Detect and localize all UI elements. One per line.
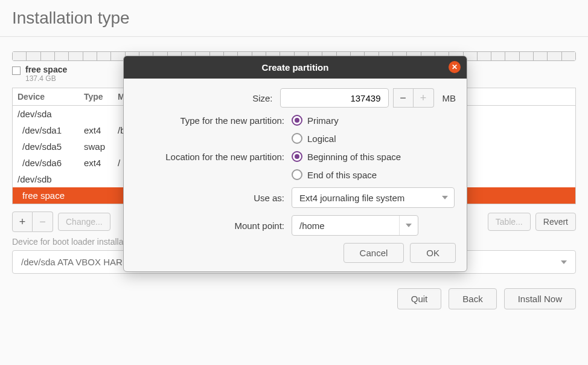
mount-point-value: /home: [299, 221, 325, 231]
radio-icon: [292, 133, 302, 144]
install-now-button[interactable]: Install Now: [504, 288, 576, 309]
partition-type-label: Type for the new partition:: [135, 115, 292, 126]
remove-partition-button[interactable]: −: [33, 212, 53, 232]
radio-label: End of this space: [307, 170, 377, 180]
create-partition-dialog: Create partition ✕ Size: − + MB Type for…: [123, 56, 467, 272]
use-as-label: Use as:: [135, 193, 292, 203]
cell-type: swap: [84, 141, 118, 152]
change-button[interactable]: Change...: [58, 213, 110, 231]
radio-label: Logical: [307, 134, 336, 144]
dialog-titlebar: Create partition ✕: [124, 56, 467, 79]
chevron-down-icon: [561, 260, 567, 264]
partition-location-beginning[interactable]: Beginning of this space: [292, 151, 401, 162]
mount-point-select[interactable]: /home: [292, 215, 418, 236]
cell-device: /dev/sda5: [18, 141, 84, 152]
cancel-button[interactable]: Cancel: [344, 243, 404, 263]
radio-icon: [292, 151, 302, 162]
dialog-title: Create partition: [262, 62, 329, 73]
cell-type: [84, 109, 118, 119]
add-partition-button[interactable]: +: [12, 212, 33, 232]
radio-label: Beginning of this space: [307, 152, 401, 162]
cell-type: ext4: [84, 158, 118, 168]
cell-device: /dev/sda1: [18, 125, 84, 135]
revert-button[interactable]: Revert: [535, 213, 576, 231]
legend-label: free space: [25, 65, 67, 74]
cell-device: /dev/sda: [18, 109, 84, 119]
cell-type: [84, 190, 118, 201]
cell-device: free space: [18, 190, 84, 201]
header-device[interactable]: Device: [18, 92, 84, 102]
header-type[interactable]: Type: [84, 92, 118, 102]
chevron-down-icon: [406, 224, 412, 227]
cell-device: /dev/sdb: [18, 174, 84, 184]
square-icon: [12, 66, 21, 75]
back-button[interactable]: Back: [449, 288, 496, 309]
use-as-value: Ext4 journaling file system: [299, 193, 404, 203]
legend-size: 137.4 GB: [25, 74, 67, 83]
partition-location-label: Location for the new partition:: [135, 152, 292, 162]
cell-type: [84, 174, 118, 184]
close-button[interactable]: ✕: [449, 61, 461, 73]
cell-type: ext4: [84, 125, 118, 135]
radio-label: Primary: [307, 115, 339, 126]
partition-type-logical[interactable]: Logical: [292, 133, 336, 144]
new-partition-table-button[interactable]: Table...: [488, 213, 531, 231]
size-increment-button[interactable]: +: [414, 88, 434, 108]
chevron-down-icon: [442, 196, 448, 199]
quit-button[interactable]: Quit: [397, 288, 442, 309]
size-unit: MB: [443, 93, 456, 103]
cell-device: /dev/sda6: [18, 158, 84, 168]
partition-type-primary[interactable]: Primary: [292, 115, 339, 126]
divider: [0, 36, 588, 37]
size-input[interactable]: [280, 88, 389, 108]
size-label: Size:: [135, 93, 280, 103]
partition-location-end[interactable]: End of this space: [292, 169, 377, 180]
add-remove-group: + −: [12, 212, 53, 232]
close-icon: ✕: [452, 63, 458, 71]
radio-icon: [292, 169, 302, 180]
mount-point-label: Mount point:: [135, 221, 292, 231]
size-decrement-button[interactable]: −: [393, 88, 414, 108]
page-title: Installation type: [12, 8, 576, 28]
use-as-select[interactable]: Ext4 journaling file system: [292, 187, 455, 208]
size-stepper: − +: [393, 88, 434, 108]
ok-button[interactable]: OK: [410, 243, 456, 263]
radio-icon: [292, 115, 302, 126]
